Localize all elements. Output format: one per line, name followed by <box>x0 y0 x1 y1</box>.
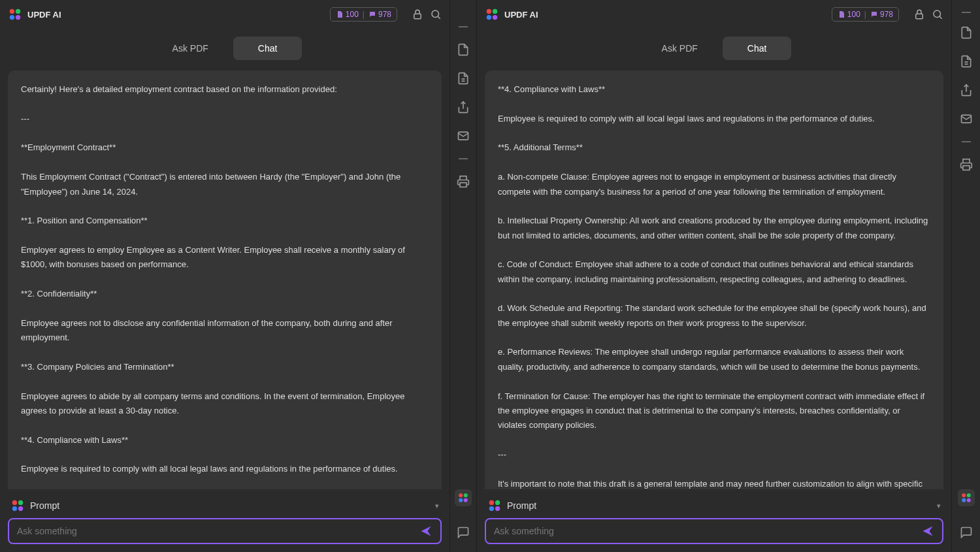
chat-bubble-icon[interactable] <box>457 526 470 539</box>
collapse-handle-top[interactable] <box>962 12 971 13</box>
credit-file-icon: 100 <box>336 10 359 19</box>
chevron-down-icon: ▾ <box>937 502 941 510</box>
svg-point-21 <box>934 10 941 18</box>
send-button-right[interactable] <box>921 525 934 538</box>
file-text-icon[interactable] <box>457 72 470 85</box>
svg-point-16 <box>487 9 491 14</box>
svg-point-13 <box>464 493 468 497</box>
credits-pill[interactable]: 100 | 978 <box>330 7 397 22</box>
input-container-left <box>8 518 442 544</box>
svg-point-24 <box>489 506 494 511</box>
input-container-right <box>485 518 943 544</box>
prompt-dropdown[interactable]: Prompt ▾ <box>8 495 442 518</box>
svg-point-23 <box>495 500 500 505</box>
share-icon[interactable] <box>960 84 973 97</box>
chat-input-left[interactable] <box>17 526 419 536</box>
mail-icon[interactable] <box>457 129 470 142</box>
lock-icon[interactable] <box>913 8 925 20</box>
credit1-value: 100 <box>346 10 359 19</box>
svg-point-29 <box>966 493 970 497</box>
svg-point-28 <box>962 493 966 497</box>
credit1-value: 100 <box>847 10 860 19</box>
credit-file-icon: 100 <box>838 10 860 19</box>
svg-point-31 <box>966 498 970 502</box>
svg-point-8 <box>12 506 17 511</box>
app-logo-icon <box>8 7 22 22</box>
stats-separator: | <box>864 10 866 19</box>
chat-area-left: Certainly! Here's a detailed employment … <box>0 65 449 489</box>
svg-point-25 <box>495 506 500 511</box>
svg-point-7 <box>18 500 23 505</box>
tabs-left: Ask PDF Chat <box>0 29 449 65</box>
svg-point-14 <box>459 498 463 502</box>
svg-rect-20 <box>916 14 923 19</box>
svg-point-6 <box>12 500 17 505</box>
tab-chat[interactable]: Chat <box>723 37 792 60</box>
tab-ask-pdf[interactable]: Ask PDF <box>148 37 233 60</box>
tab-group: Ask PDF Chat <box>637 37 792 60</box>
file-text-icon[interactable] <box>960 55 973 68</box>
send-button-left[interactable] <box>419 525 433 538</box>
right-pane: UPDF AI 100 | 978 Ask PDF Chat **4. Comp… <box>477 0 951 552</box>
app-logo-icon <box>485 7 499 22</box>
left-pane: UPDF AI 100 | 978 Ask PDF Chat Certainly… <box>0 0 449 552</box>
tab-chat[interactable]: Chat <box>233 37 302 60</box>
collapse-handle-top[interactable] <box>459 26 468 27</box>
svg-rect-11 <box>460 183 466 187</box>
mid-rail <box>449 0 477 552</box>
credit2-value: 978 <box>378 10 391 19</box>
chat-bubble-icon[interactable] <box>960 526 973 539</box>
header-left: UPDF AI 100 | 978 <box>0 0 449 29</box>
collapse-handle-mid[interactable] <box>962 141 971 142</box>
prompt-logo-icon <box>10 498 25 513</box>
svg-point-5 <box>432 10 439 18</box>
svg-point-2 <box>10 15 14 20</box>
svg-point-15 <box>464 498 468 502</box>
tab-ask-pdf[interactable]: Ask PDF <box>637 37 723 60</box>
credits-pill[interactable]: 100 | 978 <box>832 7 899 22</box>
ai-logo-button[interactable] <box>958 489 975 506</box>
credit-chat-icon: 978 <box>870 10 893 19</box>
svg-point-9 <box>18 506 23 511</box>
collapse-handle-mid[interactable] <box>459 158 468 159</box>
chat-area-right: **4. Compliance with Laws** Employee is … <box>477 65 951 489</box>
ai-logo-button[interactable] <box>455 489 472 506</box>
share-icon[interactable] <box>457 101 470 114</box>
svg-point-18 <box>487 15 491 20</box>
print-icon[interactable] <box>457 175 470 188</box>
assistant-message-left: Certainly! Here's a detailed employment … <box>8 71 442 489</box>
prompt-label: Prompt <box>507 500 932 511</box>
svg-point-12 <box>459 493 463 497</box>
file-icon[interactable] <box>960 26 973 39</box>
search-icon[interactable] <box>932 8 943 20</box>
svg-point-22 <box>489 500 494 505</box>
lock-icon[interactable] <box>412 8 423 20</box>
print-icon[interactable] <box>960 158 973 171</box>
svg-point-1 <box>16 9 20 14</box>
svg-point-0 <box>10 9 14 14</box>
prompt-label: Prompt <box>30 500 430 511</box>
tabs-right: Ask PDF Chat <box>477 29 951 65</box>
svg-point-17 <box>493 9 497 14</box>
prompt-logo-icon <box>487 498 502 513</box>
svg-point-30 <box>962 498 966 502</box>
svg-rect-27 <box>963 166 970 170</box>
prompt-bar-right: Prompt ▾ <box>477 489 951 552</box>
chat-input-right[interactable] <box>494 526 921 536</box>
search-icon[interactable] <box>430 8 442 20</box>
credit-chat-icon: 978 <box>368 10 391 19</box>
svg-point-3 <box>16 15 20 20</box>
mail-icon[interactable] <box>960 112 973 125</box>
app-title: UPDF AI <box>504 10 832 20</box>
svg-rect-4 <box>414 14 421 19</box>
prompt-bar-left: Prompt ▾ <box>0 489 449 552</box>
svg-point-19 <box>493 15 497 20</box>
tab-group: Ask PDF Chat <box>148 37 302 60</box>
credit2-value: 978 <box>880 10 893 19</box>
prompt-dropdown[interactable]: Prompt ▾ <box>485 495 943 518</box>
stats-separator: | <box>363 10 365 19</box>
file-icon[interactable] <box>457 43 470 56</box>
right-rail <box>951 0 980 552</box>
assistant-message-right: **4. Compliance with Laws** Employee is … <box>485 71 943 489</box>
chevron-down-icon: ▾ <box>435 502 439 510</box>
